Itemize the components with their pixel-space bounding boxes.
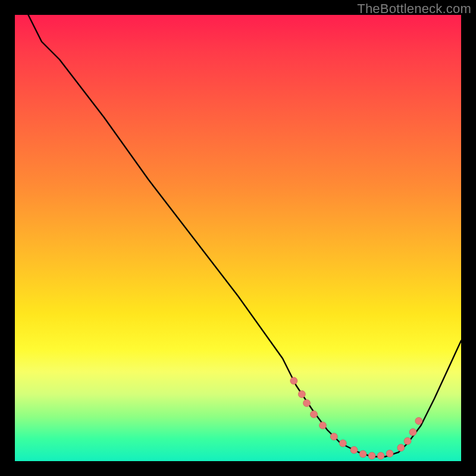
chart-stage: TheBottleneck.com [0,0,476,476]
highlight-dot [339,440,346,447]
highlight-dot [320,422,327,429]
highlight-dot [359,450,367,458]
highlight-dot [298,391,305,398]
highlight-dot [415,418,422,425]
plot-area [15,15,461,461]
highlight-dot [290,377,298,384]
highlight-dot [397,444,405,452]
curve-layer [15,15,461,461]
bottleneck-curve [29,15,462,457]
highlight-dot [409,428,416,436]
highlight-dot [377,452,384,459]
highlight-dot [311,411,318,418]
highlight-dot [386,450,393,457]
highlight-dot [303,400,311,407]
highlight-dot [350,446,358,453]
highlight-dot [368,452,375,459]
highlight-dot [330,433,337,440]
highlight-dots-group [290,377,422,459]
highlight-dot [404,437,411,444]
